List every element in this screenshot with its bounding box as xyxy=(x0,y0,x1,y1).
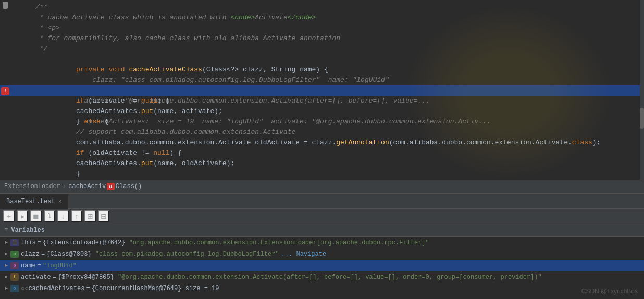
var-name: ○○ xyxy=(21,283,28,294)
var-row-activate[interactable]: ▶ f activate = {$Proxy84@7805} "@org.apa… xyxy=(0,271,644,283)
debug-stop-button[interactable]: ◼ xyxy=(30,210,42,222)
code-line: } xyxy=(0,169,644,179)
code-content: } xyxy=(33,169,644,180)
var-row-clazz[interactable]: ▶ p clazz = {Class@7803} "class com.pika… xyxy=(0,248,644,260)
var-eq: = xyxy=(53,271,56,283)
debug-step-over-button[interactable]: ⤵ xyxy=(44,210,55,222)
var-row-name[interactable]: ▶ p name = "logUUid" xyxy=(0,260,644,271)
variables-panel: ≡ Variables ▶ ⬛ this = {ExtensionLoader@… xyxy=(0,223,644,299)
debug-resume-button[interactable]: ▸ xyxy=(17,210,28,222)
expand-arrow: ▶ xyxy=(2,271,10,283)
var-row-cachedactivates[interactable]: ▶ o ○○ cachedActivates = {ConcurrentHash… xyxy=(0,283,644,294)
code-line: if (activate != null) { xyxy=(0,75,644,85)
debug-table-button[interactable]: ⊞ xyxy=(84,210,96,222)
code-line: // support com.alibaba.dubbo.common.exte… xyxy=(0,106,644,117)
expand-arrow: ▶ xyxy=(2,248,10,260)
editor-area[interactable]: /** * cache Activate class which is anno… xyxy=(0,0,644,180)
breadcrumb-sep: › xyxy=(63,183,66,190)
code-content: * cache Activate class which is annotate… xyxy=(33,13,644,23)
var-name: clazz xyxy=(21,248,40,260)
var-name: activate xyxy=(21,271,51,283)
bottom-panel: BaseTest.test × + ▸ ◼ ⤵ ↓ ↑ ⊞ ⊟ ≡ Variab… xyxy=(0,193,644,299)
editor-scrollbar[interactable] xyxy=(640,0,644,180)
tab-close-button[interactable]: × xyxy=(58,198,62,205)
expand-arrow: ▶ xyxy=(2,260,10,271)
debug-add-button[interactable]: + xyxy=(3,210,15,222)
activate-var-icon: f xyxy=(10,273,19,281)
var-eq: = xyxy=(38,260,41,271)
search-highlight-badge: a xyxy=(107,183,115,190)
code-line: com.alibaba.dubbo.common.extension.Activ… xyxy=(0,117,644,127)
bookmark-icon xyxy=(3,2,8,9)
debug-step-out-button[interactable]: ↑ xyxy=(71,210,82,222)
code-content: /** xyxy=(33,2,644,13)
var-row-this[interactable]: ▶ ⬛ this = {ExtensionLoader@7642} "org.a… xyxy=(0,237,644,248)
code-line: * <p> xyxy=(0,23,644,33)
breadcrumb-bar: ExtensionLoader › cacheActiv a Class() xyxy=(0,180,644,193)
var-name: this xyxy=(21,237,36,248)
code-line: Activate activate = clazz.getAnnotation(… xyxy=(0,65,644,75)
code-line: } else { xyxy=(0,96,644,106)
var-value: {Class@7803} "class com.pikadog.autoconf… xyxy=(46,248,279,260)
tab-bar: BaseTest.test × xyxy=(0,194,644,209)
panel-title: Variables xyxy=(11,227,45,234)
var-name: name xyxy=(21,260,36,271)
code-line: cachedActivates.put(name, oldActivate); xyxy=(0,138,644,148)
breakpoint-icon: ! xyxy=(1,87,9,95)
var-eq: = xyxy=(86,283,90,294)
code-line: if (oldActivate != null) { xyxy=(0,127,644,138)
navigate-link[interactable]: ... Navigate xyxy=(281,248,326,260)
editor-container: /** * cache Activate class which is anno… xyxy=(0,0,644,299)
debug-toolbar: + ▸ ◼ ⤵ ↓ ↑ ⊞ ⊟ xyxy=(0,209,644,223)
code-line: * cache Activate class which is annotate… xyxy=(0,13,644,23)
cachedactivates-var-icon: o xyxy=(10,285,19,292)
debug-collapse-button[interactable]: ⊟ xyxy=(98,210,109,222)
code-content: * <p> xyxy=(33,23,644,33)
panel-icon: ≡ xyxy=(4,227,8,234)
debug-step-into-button[interactable]: ↓ xyxy=(57,210,69,222)
breadcrumb-loader: ExtensionLoader xyxy=(4,183,60,190)
expand-arrow: ▶ xyxy=(2,237,10,248)
var-eq: = xyxy=(38,237,41,248)
this-var-icon: ⬛ xyxy=(10,239,19,246)
code-line: /** xyxy=(0,2,644,13)
name-var-icon: p xyxy=(10,262,19,269)
code-line: private void cacheActivateClass(Class<?>… xyxy=(0,54,644,65)
var-value: {$Proxy84@7805} "@org.apache.dubbo.commo… xyxy=(58,271,542,283)
var-name-cached: cachedActivates xyxy=(28,283,84,294)
expand-arrow: ▶ xyxy=(2,283,10,294)
tab-label: BaseTest.test xyxy=(6,198,55,205)
code-line: } xyxy=(0,158,644,169)
code-content: */ xyxy=(33,44,644,54)
code-lines: /** * cache Activate class which is anno… xyxy=(0,0,644,180)
var-value: "logUUid" xyxy=(43,260,77,271)
code-line-highlighted: ! cachedActivates.put(name, activate); c… xyxy=(0,85,644,96)
tab-basetest[interactable]: BaseTest.test × xyxy=(0,194,68,209)
code-content: * for compatibility, also cache class wi… xyxy=(33,33,644,44)
scrollbar-thumb[interactable] xyxy=(640,108,644,129)
var-value: {ExtensionLoader@7642} "org.apache.dubbo… xyxy=(43,237,429,248)
code-line: } xyxy=(0,148,644,158)
code-line: */ xyxy=(0,44,644,54)
clazz-var-icon: p xyxy=(10,251,19,258)
breadcrumb-method: cacheActiv a Class() xyxy=(68,183,142,190)
code-line: * for compatibility, also cache class wi… xyxy=(0,33,644,44)
var-eq: = xyxy=(41,248,45,260)
var-value: {ConcurrentHashMap@7649} size = 19 xyxy=(92,283,219,294)
panel-header: ≡ Variables xyxy=(0,223,644,237)
